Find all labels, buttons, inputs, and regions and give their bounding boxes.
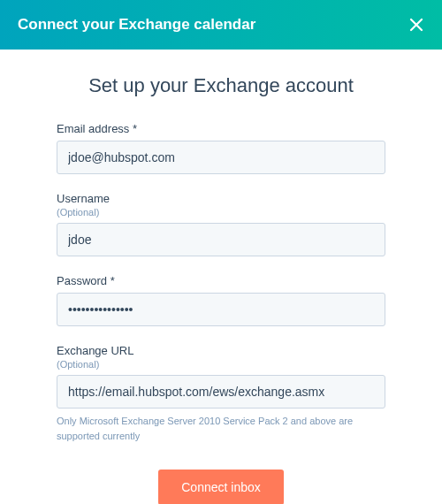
email-label: Email address * bbox=[57, 122, 385, 135]
exchange-url-label: Exchange URL bbox=[57, 344, 385, 357]
password-label: Password * bbox=[57, 274, 385, 287]
exchange-url-field[interactable] bbox=[57, 375, 385, 409]
username-field-group: Username (Optional) bbox=[57, 192, 385, 256]
username-field[interactable] bbox=[57, 223, 385, 256]
exchange-url-field-group: Exchange URL (Optional) Only Microsoft E… bbox=[57, 344, 385, 443]
dialog-content: Set up your Exchange account Email addre… bbox=[0, 50, 442, 504]
dialog-header: Connect your Exchange calendar bbox=[0, 0, 442, 50]
close-icon[interactable] bbox=[408, 17, 424, 33]
email-field-group: Email address * bbox=[57, 122, 385, 174]
button-row: Connect inbox bbox=[57, 470, 385, 504]
page-title: Set up your Exchange account bbox=[57, 74, 385, 97]
password-field-group: Password * bbox=[57, 274, 385, 326]
connect-inbox-button[interactable]: Connect inbox bbox=[158, 470, 284, 504]
dialog-title: Connect your Exchange calendar bbox=[18, 16, 255, 34]
exchange-url-helper: Only Microsoft Exchange Server 2010 Serv… bbox=[57, 414, 385, 443]
email-field[interactable] bbox=[57, 141, 385, 174]
password-field[interactable] bbox=[57, 293, 385, 326]
username-optional: (Optional) bbox=[57, 207, 385, 218]
username-label: Username bbox=[57, 192, 385, 205]
exchange-url-optional: (Optional) bbox=[57, 359, 385, 370]
